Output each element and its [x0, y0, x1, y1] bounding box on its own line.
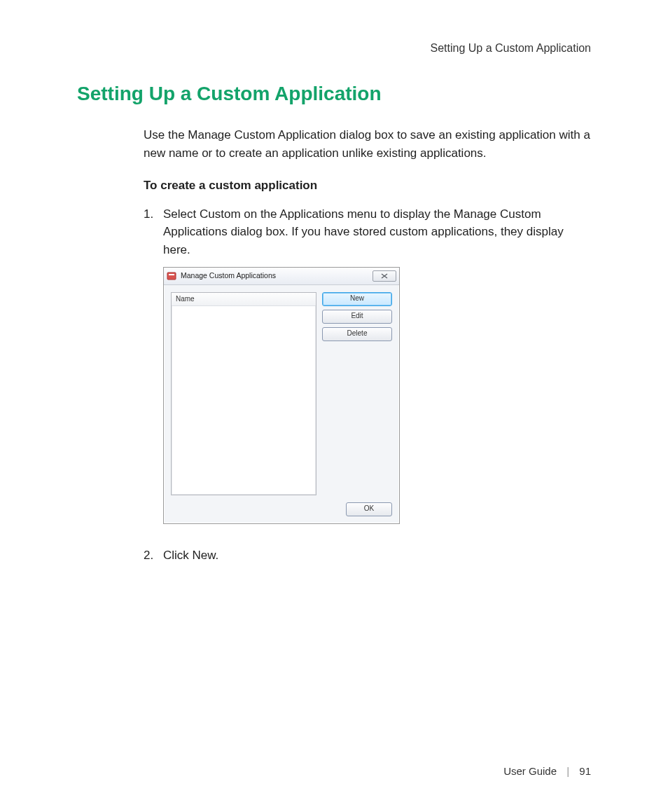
body-block: Use the Manage Custom Application dialog… — [77, 126, 591, 565]
svg-rect-1 — [169, 274, 174, 275]
footer-page-number: 91 — [579, 765, 591, 777]
dialog-footer: OK — [164, 502, 399, 523]
new-button[interactable]: New — [322, 292, 392, 306]
steps-list: 1. Select Custom on the Applications men… — [144, 205, 591, 565]
dialog-titlebar: Manage Custom Applications — [164, 268, 399, 285]
step-number: 2. — [144, 546, 163, 565]
applications-listbox[interactable]: Name — [171, 292, 316, 495]
running-head: Setting Up a Custom Application — [77, 42, 591, 55]
step-text-content: Select Custom on the Applications menu t… — [163, 207, 564, 256]
step-text: Click New. — [163, 546, 591, 565]
app-icon — [167, 271, 176, 281]
step-number: 1. — [144, 205, 163, 537]
edit-button[interactable]: Edit — [322, 310, 392, 324]
footer-separator: | — [566, 765, 569, 777]
side-buttons: New Edit Delete — [322, 292, 392, 495]
subheading: To create a custom application — [144, 179, 591, 193]
svg-rect-0 — [167, 273, 176, 280]
step-item: 1. Select Custom on the Applications men… — [144, 205, 591, 537]
footer-doc-title: User Guide — [503, 765, 557, 777]
dialog-body: Name New Edit Delete — [164, 285, 399, 502]
step-item: 2. Click New. — [144, 546, 591, 565]
intro-paragraph: Use the Manage Custom Application dialog… — [144, 126, 591, 163]
document-page: Setting Up a Custom Application Setting … — [0, 0, 668, 812]
step-text: Select Custom on the Applications menu t… — [163, 205, 591, 537]
delete-button[interactable]: Delete — [322, 327, 392, 341]
dialog-title: Manage Custom Applications — [181, 270, 373, 282]
ok-button[interactable]: OK — [346, 502, 392, 516]
manage-custom-apps-dialog: Manage Custom Applications Name — [163, 267, 400, 524]
close-icon[interactable] — [373, 270, 396, 282]
page-footer: User Guide | 91 — [503, 765, 591, 777]
section-title: Setting Up a Custom Application — [77, 83, 591, 105]
column-header-name: Name — [172, 293, 316, 306]
